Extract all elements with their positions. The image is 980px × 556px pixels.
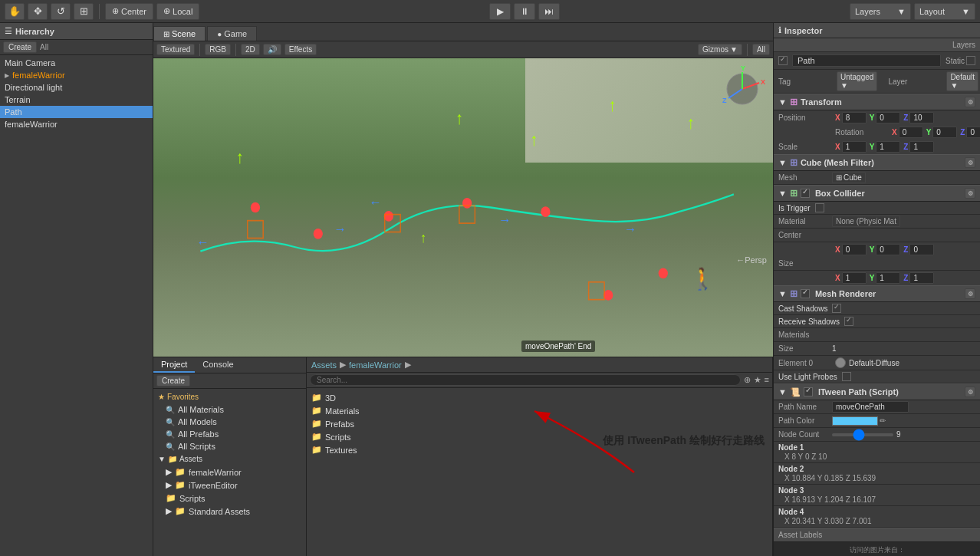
transform-settings-icon[interactable]: ⚙ [965, 97, 975, 107]
size-x-value[interactable]: 1 [842, 272, 867, 284]
transform-section[interactable]: ▼ ⊞ Transform ⚙ [774, 94, 980, 110]
pos-z-field: Z 10 [903, 112, 934, 123]
proj-item-all-prefabs[interactable]: 🔍 All Prefabs [153, 428, 306, 440]
box-collider-enabled[interactable] [801, 189, 810, 198]
local-button[interactable]: ⊕ Local [156, 3, 199, 20]
proj-item-standard-assets[interactable]: ▶ 📁 Standard Assets [153, 505, 306, 518]
itween-enabled[interactable] [804, 387, 813, 396]
fb-icon-2[interactable]: ★ [754, 375, 761, 385]
tab-console[interactable]: Console [195, 357, 241, 373]
fb-path-female-warrior[interactable]: femaleWarrior [349, 360, 402, 370]
pos-y-value[interactable]: 0 [876, 112, 900, 123]
mesh-filter-section[interactable]: ▼ ⊞ Cube (Mesh Filter) ⚙ [774, 154, 980, 171]
hand-tool-icon[interactable]: ✋ [5, 3, 25, 20]
rot-y-value[interactable]: 0 [932, 127, 957, 138]
project-create-button[interactable]: Create [156, 375, 190, 387]
proj-item-female-warrior[interactable]: ▶ 📁 femaleWarrior [153, 466, 306, 479]
fb-icon-1[interactable]: ⊕ [744, 375, 751, 385]
fb-search-input[interactable] [310, 374, 741, 386]
gizmos-button[interactable]: Gizmos ▼ [698, 44, 742, 55]
itween-path-section[interactable]: ▼ 📜 ITween Path (Script) ⚙ [774, 383, 980, 400]
step-button[interactable]: ⏭ [538, 3, 560, 20]
mesh-filter-settings-icon[interactable]: ⚙ [965, 157, 975, 168]
tab-project[interactable]: Project [153, 357, 195, 373]
use-light-probes-checkbox[interactable] [842, 372, 851, 381]
size-z-value[interactable]: 1 [909, 272, 934, 284]
scale-y-value[interactable]: 1 [876, 141, 900, 153]
box-collider-settings-icon[interactable]: ⚙ [965, 188, 975, 199]
scene-viewport[interactable]: ↑ ↑ ↑ ↑ ↑ ↑ → → → ← ← 🚶 mov [153, 58, 773, 357]
center-button[interactable]: ⊕ Center [105, 3, 153, 20]
asset-label-section: Asset Labels [774, 528, 980, 541]
component-enabled-check[interactable] [778, 56, 788, 65]
hier-item-path[interactable]: Path [0, 106, 153, 118]
hier-item-female-warrior-2[interactable]: femaleWarrior [0, 118, 153, 130]
pencil-icon[interactable]: ✏ [880, 416, 886, 425]
proj-item-all-models[interactable]: 🔍 All Models [153, 416, 306, 428]
fb-folder-materials[interactable]: 📁 Materials [311, 404, 360, 417]
layer-dropdown[interactable]: Default ▼ [946, 71, 978, 91]
layers-dropdown[interactable]: Layers ▼ [850, 3, 911, 20]
tag-dropdown[interactable]: Untagged ▼ [837, 71, 877, 91]
2d-button[interactable]: 2D [241, 44, 260, 55]
node-count-row: Node Count 9 [774, 428, 980, 442]
mesh-dropdown[interactable]: ⊞ Cube [832, 172, 866, 183]
box-collider-section[interactable]: ▼ ⊞ Box Collider ⚙ [774, 185, 980, 202]
play-button[interactable]: ▶ [489, 3, 511, 20]
path-name-value[interactable]: moveOnePath [832, 401, 909, 413]
fb-folder-textures[interactable]: 📁 Textures [311, 443, 360, 456]
component-name-field[interactable]: Path [792, 54, 941, 67]
scale-z-value[interactable]: 1 [909, 141, 934, 153]
all-button[interactable]: All [752, 44, 770, 55]
material-field[interactable]: None (Physic Mat [832, 215, 900, 227]
scale-x-value[interactable]: 1 [842, 141, 867, 153]
fb-path-assets[interactable]: Assets [311, 360, 337, 370]
effects-button[interactable]: Effects [284, 44, 317, 55]
proj-item-scripts[interactable]: 📁 Scripts [153, 492, 306, 505]
path-color-swatch[interactable] [832, 416, 878, 426]
pos-x-value[interactable]: 8 [842, 112, 867, 123]
proj-item-all-materials[interactable]: 🔍 All Materials [153, 403, 306, 416]
audio-button[interactable]: 🔊 [263, 44, 281, 55]
move-tool-icon[interactable]: ✥ [28, 3, 48, 20]
rotate-tool-icon[interactable]: ↺ [51, 3, 71, 20]
proj-item-itween-editor[interactable]: ▶ 📁 iTweenEditor [153, 479, 306, 492]
receive-shadows-checkbox[interactable] [844, 317, 853, 326]
proj-item-all-scripts[interactable]: 🔍 All Scripts [153, 440, 306, 452]
center-x-value[interactable]: 0 [842, 244, 867, 255]
tab-game[interactable]: ● Game [207, 26, 257, 41]
textured-button[interactable]: Textured [156, 44, 195, 55]
center-y-value[interactable]: 0 [876, 244, 900, 255]
mesh-renderer-settings-icon[interactable]: ⚙ [965, 288, 975, 299]
is-trigger-checkbox[interactable] [815, 203, 824, 212]
hier-item-directional-light[interactable]: Directional light [0, 81, 153, 94]
gizmo-widget[interactable]: X Y Z [719, 66, 765, 112]
itween-settings-icon[interactable]: ⚙ [965, 387, 975, 397]
rgb-button[interactable]: RGB [205, 44, 231, 55]
hierarchy-create-button[interactable]: Create [3, 41, 37, 53]
fb-folder-3d[interactable]: 📁 3D [311, 391, 360, 404]
size-y-value[interactable]: 1 [876, 272, 900, 284]
fb-folder-scripts[interactable]: 📁 Scripts [311, 430, 360, 443]
hier-item-terrain[interactable]: Terrain [0, 94, 153, 106]
hier-item-main-camera[interactable]: Main Camera [0, 57, 153, 69]
layout-dropdown[interactable]: Layout ▼ [914, 3, 975, 20]
fb-folder-prefabs[interactable]: 📁 Prefabs [311, 417, 360, 430]
component-checkbox[interactable] [778, 56, 788, 65]
node-count-slider[interactable] [832, 433, 893, 436]
mesh-renderer-enabled[interactable] [801, 289, 810, 298]
cast-shadows-checkbox[interactable] [832, 304, 841, 313]
material-swatch[interactable] [835, 357, 846, 368]
fb-icon-3[interactable]: ≡ [765, 375, 769, 385]
rot-z-value[interactable]: 0 [966, 127, 980, 138]
hier-item-female-warrior-1[interactable]: ▶ femaleWarrior [0, 69, 153, 81]
node-2-entry: Node 2 X 10.884 Y 0.185 Z 15.639 [774, 463, 980, 485]
rot-x-value[interactable]: 0 [899, 127, 923, 138]
center-z-value[interactable]: 0 [909, 244, 934, 255]
pos-z-value[interactable]: 10 [909, 112, 934, 123]
static-checkbox[interactable] [966, 56, 975, 65]
mesh-renderer-section[interactable]: ▼ ⊞ Mesh Renderer ⚙ [774, 285, 980, 302]
tab-scene[interactable]: ⊞ Scene [153, 26, 206, 41]
scale-tool-icon[interactable]: ⊞ [74, 3, 94, 20]
pause-button[interactable]: ⏸ [514, 3, 535, 20]
